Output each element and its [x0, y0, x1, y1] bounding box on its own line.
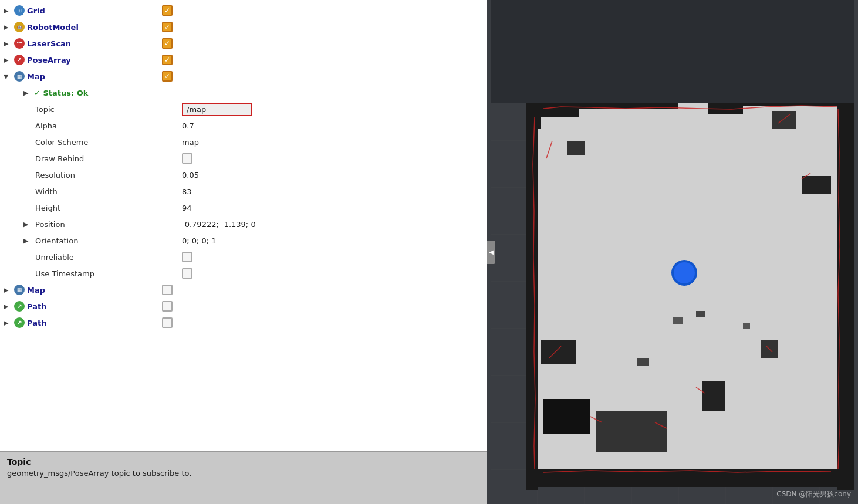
svg-rect-34 [696, 311, 705, 317]
tree-area[interactable]: ▶ ⊞ Grid ✓ ▶ 🤖 RobotModel ✓ [0, 0, 487, 451]
svg-rect-30 [567, 141, 585, 155]
checkbox-path2[interactable] [162, 317, 173, 328]
tree-row-map-position: ▶ Position -0.79222; -1.139; 0 [0, 216, 487, 232]
checkbox-path1[interactable] [162, 301, 173, 312]
tree-row-map-usetimestamp: Use Timestamp [0, 265, 487, 282]
svg-rect-22 [526, 103, 538, 490]
value-map-alpha: 0.7 [182, 121, 194, 130]
collapse-handle[interactable]: ◀ [487, 241, 495, 264]
tree-row-laserscan[interactable]: ▶ 〰 LaserScan ✓ [0, 35, 487, 52]
info-panel: Topic geometry_msgs/PoseArray topic to s… [0, 451, 487, 504]
svg-point-32 [674, 262, 695, 283]
svg-rect-23 [541, 340, 576, 364]
label-map-orientation: Orientation [35, 236, 78, 245]
tree-row-map-unreliable: Unreliable [0, 249, 487, 265]
icon-robotmodel: 🤖 [14, 22, 25, 32]
checkbox-map-usetimestamp[interactable] [182, 268, 192, 279]
icon-path1: ↗ [14, 301, 25, 312]
expand-arrow-path1[interactable]: ▶ [4, 303, 12, 310]
tree-row-map-orientation: ▶ Orientation 0; 0; 0; 1 [0, 232, 487, 249]
label-map-usetimestamp: Use Timestamp [35, 269, 94, 278]
icon-laserscan: 〰 [14, 38, 25, 49]
tree-row-path2[interactable]: ▶ ↗ Path [0, 314, 487, 331]
label-path1: Path [27, 302, 46, 311]
expand-arrow-posearray[interactable]: ▶ [4, 56, 12, 64]
tree-row-path1[interactable]: ▶ ↗ Path [0, 298, 487, 314]
svg-rect-35 [637, 358, 649, 366]
map-3d-view [487, 0, 858, 504]
svg-rect-26 [702, 381, 725, 411]
expand-arrow-map[interactable]: ▼ [4, 73, 12, 80]
status-ok-label: ✓ Status: Ok [34, 89, 88, 97]
tree-row-map-topic: Topic /map [0, 101, 487, 117]
tree-row-map[interactable]: ▼ ▦ Map ✓ [0, 68, 487, 84]
svg-rect-36 [743, 323, 750, 329]
left-panel: ▶ ⊞ Grid ✓ ▶ 🤖 RobotModel ✓ [0, 0, 487, 504]
tree-row-map-width: Width 83 [0, 183, 487, 199]
tree-row-map-status: ▶ ✓ Status: Ok [0, 84, 487, 101]
label-map2: Map [27, 286, 45, 295]
info-desc: geometry_msgs/PoseArray topic to subscri… [7, 469, 479, 478]
value-map-position: -0.79222; -1.139; 0 [182, 220, 256, 229]
value-map-width: 83 [182, 187, 192, 196]
checkbox-grid[interactable]: ✓ [162, 5, 173, 16]
tree-row-robotmodel[interactable]: ▶ 🤖 RobotModel ✓ [0, 19, 487, 35]
svg-rect-25 [596, 411, 667, 452]
tree-row-map2[interactable]: ▶ ▦ Map [0, 282, 487, 298]
right-panel[interactable]: ◀ [487, 0, 858, 504]
expand-arrow-map-position[interactable]: ▶ [23, 221, 32, 228]
svg-rect-33 [673, 317, 683, 324]
checkbox-map-drawbehind[interactable] [182, 153, 192, 164]
tree-row-map-colorscheme: Color Scheme map [0, 134, 487, 150]
expand-arrow-path2[interactable]: ▶ [4, 319, 12, 327]
label-map-drawbehind: Draw Behind [35, 154, 84, 163]
expand-arrow-map-status[interactable]: ▶ [23, 89, 32, 97]
checkbox-map-unreliable[interactable] [182, 252, 192, 262]
svg-rect-29 [772, 111, 796, 129]
watermark: CSDN @阳光男孩cony [776, 489, 851, 499]
svg-rect-21 [532, 469, 843, 487]
label-grid: Grid [27, 6, 45, 15]
checkbox-map2[interactable] [162, 285, 173, 295]
topic-input[interactable]: /map [182, 103, 252, 116]
checkbox-laserscan[interactable]: ✓ [162, 38, 173, 49]
label-path2: Path [27, 319, 46, 327]
label-laserscan: LaserScan [27, 39, 71, 48]
svg-rect-24 [543, 399, 590, 434]
icon-posearray: ↗ [14, 55, 25, 65]
label-map-alpha: Alpha [35, 121, 57, 130]
checkbox-map[interactable]: ✓ [162, 71, 173, 82]
tree-row-posearray[interactable]: ▶ ↗ PoseArray ✓ [0, 52, 487, 68]
checkbox-robotmodel[interactable]: ✓ [162, 22, 173, 32]
label-map-resolution: Resolution [35, 171, 75, 180]
icon-path2: ↗ [14, 317, 25, 328]
icon-grid: ⊞ [14, 5, 25, 16]
tree-row-map-alpha: Alpha 0.7 [0, 117, 487, 134]
label-map: Map [27, 72, 45, 81]
tree-row-grid[interactable]: ▶ ⊞ Grid ✓ [0, 2, 487, 19]
expand-arrow-map2[interactable]: ▶ [4, 286, 12, 294]
tree-row-map-height: Height 94 [0, 199, 487, 216]
value-map-height: 94 [182, 204, 192, 212]
label-posearray: PoseArray [27, 56, 71, 65]
tree-row-map-resolution: Resolution 0.05 [0, 167, 487, 183]
svg-rect-18 [491, 0, 854, 103]
value-map-colorscheme: map [182, 138, 199, 147]
value-map-orientation: 0; 0; 0; 1 [182, 236, 217, 245]
icon-map: ▦ [14, 71, 25, 82]
tree-row-map-drawbehind: Draw Behind [0, 150, 487, 167]
expand-arrow-robotmodel[interactable]: ▶ [4, 23, 12, 31]
label-robotmodel: RobotModel [27, 23, 79, 32]
expand-arrow-laserscan[interactable]: ▶ [4, 40, 12, 48]
icon-map2: ▦ [14, 285, 25, 295]
svg-rect-28 [802, 176, 831, 194]
label-map-position: Position [35, 220, 65, 229]
checkbox-posearray[interactable]: ✓ [162, 55, 173, 65]
expand-arrow-grid[interactable]: ▶ [4, 7, 12, 15]
expand-arrow-map-orientation[interactable]: ▶ [23, 237, 32, 245]
info-title: Topic [7, 457, 479, 466]
label-map-colorscheme: Color Scheme [35, 138, 88, 147]
label-map-unreliable: Unreliable [35, 253, 74, 262]
label-map-topic: Topic [35, 105, 55, 114]
label-map-height: Height [35, 204, 60, 212]
